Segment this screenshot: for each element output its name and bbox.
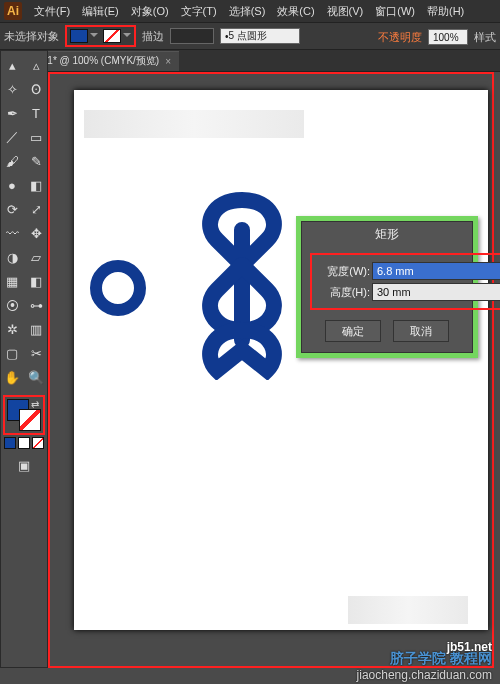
chevron-down-icon[interactable] xyxy=(90,33,98,39)
dialog-title: 矩形 xyxy=(302,222,472,247)
workspace-highlight xyxy=(48,72,494,668)
default-swatches xyxy=(4,437,44,449)
tool-magic-wand[interactable]: ✧ xyxy=(1,78,23,100)
tool-symbol[interactable]: ✲ xyxy=(1,318,23,340)
control-bar: 未选择对象 描边 • 5 点圆形 不透明度 100% 样式 xyxy=(0,22,500,50)
tool-pen[interactable]: ✒ xyxy=(1,102,23,124)
document-tab-bar: 未标题-1* @ 100% (CMYK/预览) × xyxy=(0,50,500,72)
tool-blend[interactable]: ⊶ xyxy=(25,294,47,316)
menu-file[interactable]: 文件(F) xyxy=(28,2,76,21)
height-input[interactable] xyxy=(372,283,500,301)
tool-width[interactable]: 〰 xyxy=(1,222,23,244)
color-stack[interactable]: ⇄ xyxy=(7,399,41,431)
menu-help[interactable]: 帮助(H) xyxy=(421,2,470,21)
watermark-site: jb51.net xyxy=(447,640,492,654)
tool-zoom[interactable]: 🔍 xyxy=(25,366,47,388)
toolbox: ▴▵ ✧ʘ ✒T ／▭ 🖌✎ ●◧ ⟳⤢ 〰✥ ◑▱ ▦◧ ⦿⊶ ✲▥ ▢✂ ✋… xyxy=(0,50,48,668)
tool-slice[interactable]: ✂ xyxy=(25,342,47,364)
ok-button[interactable]: 确定 xyxy=(325,320,381,342)
tool-direct-select[interactable]: ▵ xyxy=(25,54,47,76)
opacity-label: 不透明度 xyxy=(378,30,422,45)
chevron-down-icon[interactable] xyxy=(123,33,131,39)
brush-def-text: 5 点圆形 xyxy=(229,29,267,43)
placeholder-rect-top xyxy=(84,110,304,138)
stroke-label: 描边 xyxy=(142,29,164,44)
tool-selection[interactable]: ▴ xyxy=(1,54,23,76)
menubar: Ai 文件(F) 编辑(E) 对象(O) 文字(T) 选择(S) 效果(C) 视… xyxy=(0,0,500,22)
fill-swatch-control[interactable] xyxy=(69,28,99,44)
opacity-field[interactable]: 100% xyxy=(428,29,468,45)
tool-brush[interactable]: 🖌 xyxy=(1,150,23,172)
style-label: 样式 xyxy=(474,30,496,45)
tool-graph[interactable]: ▥ xyxy=(25,318,47,340)
fill-color-swatch[interactable] xyxy=(70,29,88,43)
close-icon[interactable]: × xyxy=(165,56,171,67)
tool-lasso[interactable]: ʘ xyxy=(25,78,47,100)
app-icon: Ai xyxy=(4,2,22,20)
tool-mesh[interactable]: ▦ xyxy=(1,270,23,292)
swap-colors-icon[interactable]: ⇄ xyxy=(31,399,41,409)
width-input[interactable] xyxy=(372,262,500,280)
tool-type[interactable]: T xyxy=(25,102,47,124)
tool-rotate[interactable]: ⟳ xyxy=(1,198,23,220)
tool-perspective[interactable]: ▱ xyxy=(25,246,47,268)
highlight-fill-stroke xyxy=(65,25,136,47)
rectangle-dialog: 矩形 宽度(W): 高度(H): ⛓ xyxy=(296,216,478,358)
stroke-swatch-control[interactable] xyxy=(102,28,132,44)
tool-eyedropper[interactable]: ⦿ xyxy=(1,294,23,316)
tool-gradient[interactable]: ◧ xyxy=(25,270,47,292)
watermark-url: jiaocheng.chaziduan.com xyxy=(357,668,492,682)
tool-eraser[interactable]: ◧ xyxy=(25,174,47,196)
stroke-weight-field[interactable] xyxy=(170,28,214,44)
artboard[interactable] xyxy=(74,90,488,630)
menu-object[interactable]: 对象(O) xyxy=(125,2,175,21)
swatch-blue[interactable] xyxy=(4,437,16,449)
brush-definition-field[interactable]: • 5 点圆形 xyxy=(220,28,300,44)
drawn-circle[interactable] xyxy=(90,260,146,316)
tool-line[interactable]: ／ xyxy=(1,126,23,148)
cancel-button[interactable]: 取消 xyxy=(393,320,449,342)
height-label: 高度(H): xyxy=(316,285,372,300)
screen-mode[interactable]: ▣ xyxy=(13,454,35,476)
menu-view[interactable]: 视图(V) xyxy=(321,2,370,21)
tool-blob[interactable]: ● xyxy=(1,174,23,196)
placeholder-rect-bottom xyxy=(348,596,468,624)
tool-free-transform[interactable]: ✥ xyxy=(25,222,47,244)
menu-type[interactable]: 文字(T) xyxy=(175,2,223,21)
menu-window[interactable]: 窗口(W) xyxy=(369,2,421,21)
tool-scale[interactable]: ⤢ xyxy=(25,198,47,220)
stroke-none-swatch[interactable] xyxy=(103,29,121,43)
menu-effect[interactable]: 效果(C) xyxy=(271,2,320,21)
tool-hand[interactable]: ✋ xyxy=(1,366,23,388)
swatch-white[interactable] xyxy=(18,437,30,449)
tool-pencil[interactable]: ✎ xyxy=(25,150,47,172)
no-selection-label: 未选择对象 xyxy=(4,29,59,44)
menu-select[interactable]: 选择(S) xyxy=(223,2,272,21)
tool-artboard[interactable]: ▢ xyxy=(1,342,23,364)
tool-shape-builder[interactable]: ◑ xyxy=(1,246,23,268)
highlight-color-controls: ⇄ xyxy=(3,395,45,435)
drawn-knot-shape[interactable] xyxy=(182,190,302,380)
menu-edit[interactable]: 编辑(E) xyxy=(76,2,125,21)
tool-rectangle[interactable]: ▭ xyxy=(25,126,47,148)
width-label: 宽度(W): xyxy=(316,264,372,279)
swatch-none[interactable] xyxy=(32,437,44,449)
stroke-swatch[interactable] xyxy=(19,409,41,431)
highlight-dimension-fields: 宽度(W): 高度(H): xyxy=(310,253,500,310)
